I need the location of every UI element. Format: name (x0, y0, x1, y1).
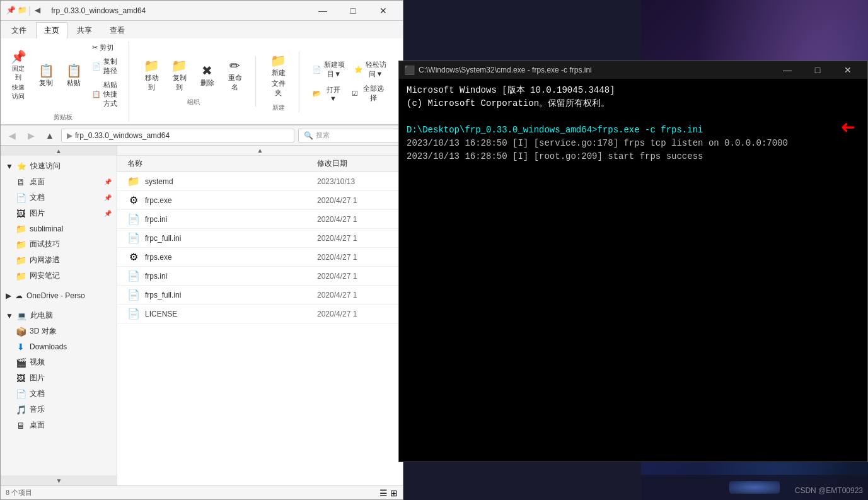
file-item-frpc-exe[interactable]: ⚙ frpc.exe 2020/4/27 1 (117, 191, 403, 210)
copy-to-button[interactable]: 📁 复制到 (167, 56, 192, 95)
new-folder-label2: 文件夹 (270, 79, 287, 98)
subliminal-icon: 📁 (16, 224, 26, 234)
file-item-systemd[interactable]: 📁 systemd 2023/10/13 (117, 172, 403, 191)
up-button[interactable]: ▲ (42, 128, 57, 143)
back-button[interactable]: ◀ (4, 128, 20, 143)
paste-label: 粘贴 (67, 78, 81, 88)
new-item-button[interactable]: 📄 新建项目▼ (310, 58, 349, 81)
file-date-frpc-full: 2020/4/27 1 (317, 234, 393, 243)
file-item-frpc-full[interactable]: 📄 frpc_full.ini 2020/4/27 1 (117, 229, 403, 248)
sidebar-scroll-down[interactable]: ▼ (1, 475, 117, 485)
cut-icon: ✂ (92, 44, 98, 52)
sidebar-item-notes[interactable]: 📁 网安笔记 (1, 268, 117, 284)
paste-button[interactable]: 📋 粘贴 (61, 61, 86, 91)
sidebar-item-video[interactable]: 🎬 视频 (1, 354, 117, 370)
cmd-line-4: 2023/10/13 16:28:50 [I] [service.go:178]… (407, 137, 860, 150)
documents-icon: 📄 (16, 193, 26, 203)
tab-share[interactable]: 共享 (69, 22, 100, 38)
sidebar-label-pictures: 图片 (30, 208, 45, 219)
sidebar-item-pictures[interactable]: 🖼 图片 (1, 370, 117, 386)
copy-button[interactable]: 📋 复制 (33, 61, 59, 91)
ribbon-group-actions: 📄 新建项目▼ ⭐ 轻松访问▼ 📂 打开▼ (310, 58, 398, 105)
rename-icon: ✏ (229, 59, 240, 72)
tb-pin-button[interactable]: 📌 (6, 5, 16, 15)
interview-icon: 📁 (16, 240, 26, 250)
cut-button[interactable]: ✂ 剪切 (89, 41, 121, 54)
grid-view-button[interactable]: ⊞ (390, 488, 398, 498)
search-box[interactable]: 🔍 搜索 (298, 129, 399, 142)
forward-button[interactable]: ▶ (23, 128, 38, 143)
sidebar-item-interview[interactable]: 📁 面试技巧 (1, 236, 117, 252)
title-text: frp_0.33.0_windows_amd64 (51, 6, 304, 15)
paste-shortcut-label: 粘贴快捷方式 (103, 80, 118, 108)
cmd-close-button[interactable]: ✕ (833, 61, 862, 79)
thispc-chevron: ▼ (6, 311, 13, 320)
tab-view[interactable]: 查看 (101, 22, 133, 38)
file-item-frpc-ini[interactable]: 📄 frpc.ini 2020/4/27 1 (117, 210, 403, 229)
paste-shortcut-button[interactable]: 📋 粘贴快捷方式 (89, 78, 121, 110)
file-item-license[interactable]: 📄 LICENSE 2020/4/27 1 (117, 305, 403, 323)
title-bar-nav-buttons: 📌 📁 | ◀ (6, 5, 42, 16)
onedrive-chevron: ▶ (6, 291, 11, 300)
sidebar-item-pictures-pinned[interactable]: 🖼 图片 📌 (1, 206, 117, 221)
col-name[interactable]: 名称 (127, 158, 317, 169)
cmd-content[interactable]: Microsoft Windows [版本 10.0.19045.3448] (… (399, 79, 867, 462)
title-bar-separator: | (28, 5, 31, 16)
quick-access-icon: ⭐ (17, 162, 26, 171)
sidebar-item-desktop2[interactable]: 🖥 桌面 (1, 417, 117, 433)
quick-access-header[interactable]: ▼ ⭐ 快速访问 (1, 158, 117, 174)
tb-folder-button[interactable]: 📁 (17, 5, 27, 15)
select-all-button[interactable]: ☑ 全部选择 (349, 82, 390, 105)
sidebar-item-subliminal[interactable]: 📁 subliminal (1, 221, 117, 236)
minimize-button[interactable]: — (308, 1, 337, 21)
easy-access-icon: ⭐ (354, 66, 363, 74)
search-icon: 🔍 (304, 131, 313, 140)
open-button[interactable]: 📂 打开▼ (310, 82, 347, 105)
col-date[interactable]: 修改日期 (317, 158, 393, 169)
sidebar-item-downloads[interactable]: ⬇ Downloads (1, 339, 117, 354)
move-to-button[interactable]: 📁 移动到 (139, 56, 165, 95)
sidebar-label-notes: 网安笔记 (30, 270, 60, 281)
path-text: frp_0.33.0_windows_amd64 (75, 131, 170, 140)
file-item-frps-full[interactable]: 📄 frps_full.ini 2020/4/27 1 (117, 286, 403, 305)
copy-path-button[interactable]: 📄 复制路径 (89, 55, 121, 78)
explorer-window: 📌 📁 | ◀ frp_0.33.0_windows_amd64 — □ ✕ 文… (0, 0, 403, 500)
pin-quick-access-button[interactable]: 📌 固定到 快速访问 (6, 47, 31, 104)
cmd-minimize-button[interactable]: — (773, 61, 802, 79)
onedrive-header[interactable]: ▶ ☁ OneDrive - Perso (1, 289, 117, 303)
tab-home[interactable]: 主页 (36, 22, 67, 38)
sidebar-label-interview: 面试技巧 (30, 239, 60, 250)
tb-back-button[interactable]: ◀ (32, 5, 42, 15)
thispc-header[interactable]: ▼ 💻 此电脑 (1, 308, 117, 323)
file-scroll-up[interactable]: ▲ (117, 146, 403, 156)
file-name-frps-full: frps_full.ini (145, 291, 312, 299)
paste-shortcut-icon: 📋 (92, 90, 101, 98)
pin-quick-access-label2: 快速访问 (10, 83, 26, 101)
new-item-icon: 📄 (313, 66, 321, 74)
sidebar-item-intranet[interactable]: 📁 内网渗透 (1, 252, 117, 268)
sidebar-scroll-up[interactable]: ▲ (1, 146, 117, 156)
easy-access-button[interactable]: ⭐ 轻松访问▼ (351, 58, 390, 81)
file-name-license: LICENSE (145, 310, 312, 318)
address-path[interactable]: ▶ frp_0.33.0_windows_amd64 (61, 129, 294, 142)
tab-file[interactable]: 文件 (3, 22, 35, 38)
rename-label: 重命名 (227, 73, 243, 92)
new-folder-button[interactable]: 📁 新建 文件夹 (266, 51, 291, 101)
maximize-button[interactable]: □ (339, 1, 367, 21)
path-arrow: ▶ (67, 131, 72, 140)
sidebar-item-music[interactable]: 🎵 音乐 (1, 402, 117, 417)
list-view-button[interactable]: ☰ (379, 488, 388, 498)
sidebar-item-documents2[interactable]: 📄 文档 (1, 386, 117, 402)
close-button[interactable]: ✕ (369, 1, 398, 21)
window-controls: — □ ✕ (308, 1, 398, 21)
sidebar-item-3d[interactable]: 📦 3D 对象 (1, 323, 117, 339)
file-name-frpc-ini: frpc.ini (145, 215, 312, 224)
file-item-frps-ini[interactable]: 📄 frps.ini 2020/4/27 1 (117, 267, 403, 286)
rename-button[interactable]: ✏ 重命名 (223, 56, 248, 95)
cmd-maximize-button[interactable]: □ (803, 61, 832, 79)
sidebar-item-documents-pinned[interactable]: 📄 文档 📌 (1, 190, 117, 206)
sidebar-item-desktop-pinned[interactable]: 🖥 桌面 📌 (1, 174, 117, 190)
file-name-frpc-exe: frpc.exe (145, 196, 312, 205)
file-item-frps-exe[interactable]: ⚙ frps.exe 2020/4/27 1 (117, 248, 403, 267)
delete-button[interactable]: ✖ 删除 (195, 61, 220, 91)
